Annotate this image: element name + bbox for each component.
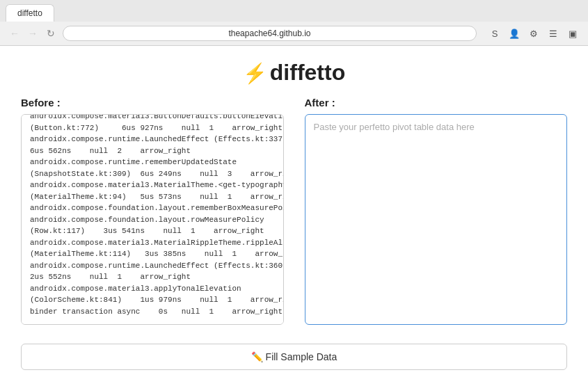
fill-sample-button[interactable]: ✏️ Fill Sample Data xyxy=(21,344,567,370)
forward-button[interactable]: → xyxy=(26,27,39,40)
active-tab[interactable]: diffetto xyxy=(6,4,54,22)
browser-icons: S 👤 ⚙ ☰ ▣ xyxy=(488,26,580,40)
extensions-icon[interactable]: S xyxy=(488,26,502,40)
after-textarea[interactable] xyxy=(305,114,568,325)
before-textarea[interactable] xyxy=(21,114,284,325)
before-panel: Before : xyxy=(21,97,284,325)
app-title-text: diffetto xyxy=(270,60,345,85)
lightning-icon: ⚡ xyxy=(243,63,267,84)
window-icon[interactable]: ▣ xyxy=(566,26,580,40)
settings-icon[interactable]: ⚙ xyxy=(527,26,541,40)
address-bar[interactable]: theapache64.github.io xyxy=(63,26,477,41)
bookmark-icon[interactable]: ☰ xyxy=(546,26,560,40)
after-label: After : xyxy=(305,97,568,109)
bottom-bar: ✏️ Fill Sample Data xyxy=(0,337,588,377)
after-panel: After : xyxy=(305,97,568,325)
browser-chrome: diffetto ← → ↻ theapache64.github.io S 👤… xyxy=(0,0,588,46)
app-header: ⚡diffetto xyxy=(0,46,588,97)
url-text: theapache64.github.io xyxy=(228,29,310,38)
panel-divider xyxy=(284,97,305,325)
page-content: ⚡diffetto Before : After : xyxy=(0,46,588,337)
browser-controls: ← → ↻ theapache64.github.io S 👤 ⚙ ☰ ▣ xyxy=(0,22,588,45)
reload-button[interactable]: ↻ xyxy=(45,27,57,40)
tab-label: diffetto xyxy=(17,8,42,18)
back-button[interactable]: ← xyxy=(8,27,21,40)
app-title: ⚡diffetto xyxy=(243,60,345,85)
before-label: Before : xyxy=(21,97,284,109)
tab-bar: diffetto xyxy=(0,0,588,22)
main-layout: Before : After : xyxy=(0,97,588,325)
profile-icon[interactable]: 👤 xyxy=(507,26,521,40)
